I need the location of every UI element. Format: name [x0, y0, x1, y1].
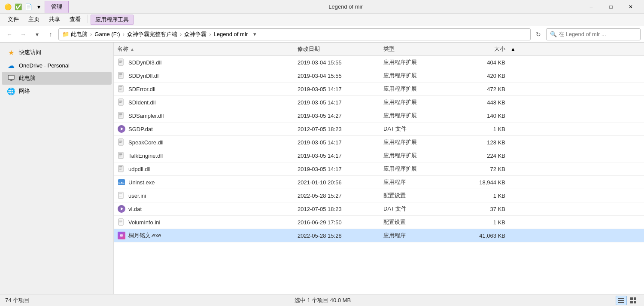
star-icon: ★: [7, 48, 15, 57]
file-date: 2019-03-05 14:17: [294, 85, 380, 93]
folder-icon: 🟡: [3, 3, 12, 11]
back-button[interactable]: ←: [3, 28, 15, 40]
menu-view[interactable]: 查看: [65, 15, 85, 25]
file-date: 2019-03-04 15:55: [294, 72, 380, 80]
minimize-button[interactable]: –: [581, 0, 601, 14]
file-size: 37 KB: [457, 205, 509, 213]
address-dropdown[interactable]: ▾: [249, 31, 260, 37]
menu-file[interactable]: 文件: [3, 15, 23, 25]
file-date: 2021-01-10 20:56: [294, 178, 380, 187]
sort-icon: ▲: [130, 47, 134, 52]
table-row[interactable]: SDDynDl3.dll 2019-03-04 15:55 应用程序扩展 404…: [114, 56, 644, 69]
file-type: 应用程序: [380, 177, 457, 187]
svg-rect-10: [119, 76, 122, 76]
path-part-pc[interactable]: 此电脑: [71, 31, 88, 38]
file-name-cell: SDSampler.dll: [114, 110, 294, 121]
table-row[interactable]: 桐 桐月铭文.exe 2022-05-28 15:28 应用程序 41,063 …: [114, 229, 644, 242]
dropdown-arrow-icon: ▾: [34, 3, 43, 11]
path-part-drive[interactable]: Game (F:): [94, 31, 120, 37]
file-type: 应用程序扩展: [380, 84, 457, 94]
column-type[interactable]: 类型: [380, 44, 457, 54]
file-size: 1 KB: [457, 125, 509, 133]
maximize-button[interactable]: □: [601, 0, 621, 14]
up-small-button[interactable]: ▾: [31, 28, 43, 40]
file-type: 应用程序扩展: [380, 71, 457, 80]
svg-rect-48: [618, 300, 624, 301]
file-icon: [117, 218, 126, 226]
file-icon: [117, 71, 126, 80]
column-date[interactable]: 修改日期: [294, 44, 380, 54]
file-date: 2019-03-05 14:17: [294, 138, 380, 147]
menu-apptools[interactable]: 应用程序工具: [91, 15, 134, 25]
sidebar: ★ 快速访问 ☁ OneDrive - Personal 此电脑 🌐 网络: [0, 43, 114, 294]
search-box[interactable]: 🔍: [546, 28, 641, 40]
path-part-folder3[interactable]: Legend of mir: [214, 31, 248, 37]
svg-rect-27: [119, 142, 122, 143]
table-row[interactable]: user.ini 2022-05-28 15:27 配置设置 1 KB: [114, 189, 644, 202]
table-row[interactable]: SpeakCore.dll 2019-03-05 14:17 应用程序扩展 12…: [114, 136, 644, 149]
file-size: 41,063 KB: [457, 232, 509, 240]
close-button[interactable]: ✕: [621, 0, 641, 14]
svg-rect-13: [119, 88, 122, 89]
menu-home[interactable]: 主页: [24, 15, 44, 25]
file-type: 应用程序扩展: [380, 58, 457, 67]
table-row[interactable]: VolumInfo.ini 2016-06-29 17:50 配置设置 1 KB: [114, 216, 644, 229]
svg-rect-53: [634, 301, 636, 303]
menu-share[interactable]: 共享: [45, 15, 64, 25]
table-row[interactable]: SDDynDll.dll 2019-03-04 15:55 应用程序扩展 420…: [114, 69, 644, 83]
sidebar-item-quick-access[interactable]: ★ 快速访问: [2, 46, 112, 59]
table-row[interactable]: udpdll.dll 2019-03-05 14:17 应用程序扩展 72 KB: [114, 162, 644, 176]
list-view-button[interactable]: [616, 296, 627, 305]
search-icon: 🔍: [550, 31, 557, 37]
grid-view-button[interactable]: [628, 296, 639, 305]
sidebar-label-network: 网络: [19, 87, 30, 95]
file-icon: [117, 138, 126, 147]
search-input[interactable]: [559, 31, 637, 37]
path-part-folder1[interactable]: 众神争霸完整客户端: [127, 31, 177, 38]
sidebar-item-network[interactable]: 🌐 网络: [2, 85, 112, 98]
address-path[interactable]: 📁 此电脑 › Game (F:) › 众神争霸完整客户端 › 众神争霸 › L…: [58, 28, 531, 40]
tab-manage[interactable]: 管理: [45, 1, 69, 13]
file-list-header: 名称 ▲ 修改日期 类型 大小 ▲: [114, 43, 644, 56]
main-content: ★ 快速访问 ☁ OneDrive - Personal 此电脑 🌐 网络: [0, 43, 644, 294]
up-button[interactable]: ↑: [45, 28, 57, 40]
check-icon: ✅: [14, 3, 22, 11]
file-name: SDDynDll.dll: [128, 73, 160, 79]
table-row[interactable]: TalkEngine.dll 2019-03-05 14:17 应用程序扩展 2…: [114, 149, 644, 162]
column-name[interactable]: 名称 ▲: [114, 44, 294, 54]
file-name: SpeakCore.dll: [128, 139, 164, 146]
table-row[interactable]: SDError.dll 2019-03-05 14:17 应用程序扩展 472 …: [114, 83, 644, 96]
file-type: 应用程序扩展: [380, 138, 457, 147]
file-name-cell: SpeakCore.dll: [114, 137, 294, 147]
file-size: 472 KB: [457, 85, 509, 93]
svg-rect-5: [119, 61, 122, 62]
file-type: DAT 文件: [380, 124, 457, 134]
refresh-button[interactable]: ↻: [532, 28, 544, 40]
svg-rect-47: [618, 298, 624, 299]
scroll-up-btn[interactable]: ▲: [509, 46, 517, 52]
file-name-cell: SDError.dll: [114, 84, 294, 94]
table-row[interactable]: EXE Uninst.exe 2021-01-10 20:56 应用程序 18,…: [114, 176, 644, 189]
table-row[interactable]: vl.dat 2012-07-05 18:23 DAT 文件 37 KB: [114, 202, 644, 216]
file-icon: [117, 125, 126, 133]
svg-rect-16: [119, 100, 122, 101]
forward-button[interactable]: →: [17, 28, 29, 40]
file-icon: [117, 98, 126, 107]
svg-rect-0: [8, 75, 14, 80]
file-date: 2019-03-05 14:17: [294, 152, 380, 160]
table-row[interactable]: SDIdent.dll 2019-03-05 14:17 应用程序扩展 448 …: [114, 96, 644, 109]
file-icon: EXE: [117, 178, 126, 187]
table-row[interactable]: SDSampler.dll 2019-03-05 14:27 应用程序扩展 14…: [114, 109, 644, 122]
sidebar-item-this-pc[interactable]: 此电脑: [2, 72, 112, 85]
svg-rect-50: [630, 297, 633, 300]
svg-rect-12: [119, 86, 122, 87]
svg-rect-25: [119, 140, 122, 141]
path-part-folder2[interactable]: 众神争霸: [184, 31, 207, 38]
table-row[interactable]: SGDP.dat 2012-07-05 18:23 DAT 文件 1 KB: [114, 122, 644, 136]
file-name: TalkEngine.dll: [128, 153, 163, 159]
sidebar-item-onedrive[interactable]: ☁ OneDrive - Personal: [2, 59, 112, 72]
column-size[interactable]: 大小: [457, 44, 509, 54]
svg-rect-49: [618, 302, 624, 303]
file-name: SGDP.dat: [128, 126, 153, 132]
file-date: 2019-03-04 15:55: [294, 58, 380, 67]
